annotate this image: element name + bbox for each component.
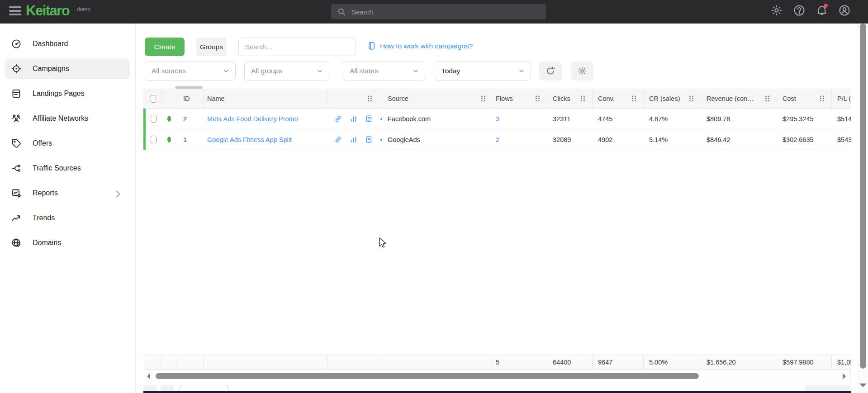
vertical-scrollbar[interactable] (858, 24, 868, 393)
column-drag-handle-icon[interactable] (631, 95, 637, 102)
column-drag-handle-icon[interactable] (819, 95, 825, 102)
campaign-link-icon[interactable] (334, 136, 342, 143)
cell-cr: 4.87% (644, 109, 701, 129)
campaign-stats-icon[interactable] (350, 115, 357, 123)
column-header-revenue[interactable]: Revenue (con… (701, 89, 777, 108)
cell-cr: 5.14% (644, 129, 701, 150)
vertical-scrollbar-thumb[interactable] (860, 24, 866, 369)
total-pl: $1,05 (832, 355, 851, 369)
book-icon (367, 42, 376, 50)
sidebar-item-traffic-sources[interactable]: Traffic Sources (5, 158, 130, 179)
notifications-bell-icon[interactable] (816, 4, 828, 17)
help-icon[interactable] (793, 4, 806, 17)
flows-count-link[interactable]: 2 (496, 136, 499, 143)
column-header-cost[interactable]: Cost (777, 89, 832, 108)
trends-icon (11, 213, 22, 223)
campaign-search-input[interactable] (238, 38, 356, 56)
chevron-down-icon (518, 67, 525, 75)
campaign-name-link[interactable]: Meta Ads Food Delivery Promo (207, 115, 298, 123)
sidebar: Dashboard Campaigns Landings Pages Affil… (0, 24, 136, 393)
cell-cost: $295.3245 (777, 109, 832, 129)
column-header-conversions[interactable]: Conv. (593, 89, 644, 108)
total-revenue: $1,656.20 (701, 355, 777, 369)
horizontal-scrollbar-thumb[interactable] (156, 373, 699, 379)
notification-badge (824, 4, 828, 8)
horizontal-scrollbar[interactable] (143, 370, 851, 382)
global-search[interactable] (331, 4, 546, 19)
keitaro-app: Keitaro demo Dashboard Camp (0, 0, 868, 393)
chevron-down-icon (223, 67, 230, 75)
date-range-select[interactable]: Today (435, 62, 531, 80)
cell-conversions: 4745 (593, 109, 644, 129)
refresh-button[interactable] (539, 62, 562, 80)
create-button[interactable]: Create (145, 38, 185, 56)
table-header-row: ID Name Source Flows Clicks Conv. CR (sa… (143, 89, 851, 109)
table-settings-button[interactable] (571, 62, 593, 80)
campaign-report-icon[interactable] (365, 115, 373, 123)
select-all-checkbox[interactable] (151, 95, 156, 103)
status-dot-active (167, 137, 171, 142)
groups-button[interactable]: Groups (196, 38, 227, 56)
sidebar-item-reports[interactable]: Reports (5, 183, 130, 204)
column-drag-handle-icon[interactable] (367, 95, 373, 102)
env-badge: demo (77, 6, 90, 13)
scroll-left-arrow-icon[interactable] (147, 373, 150, 379)
cell-source: Facebook.com (382, 109, 490, 129)
column-header-cr-sales[interactable]: CR (sales) (644, 89, 701, 108)
cell-pl: $543 (832, 129, 851, 150)
campaign-stats-icon[interactable] (350, 136, 357, 143)
cell-clicks: 32311 (547, 109, 593, 129)
sources-filter-select[interactable]: All sources (145, 62, 236, 80)
column-drag-handle-icon[interactable] (580, 95, 586, 102)
states-filter-select[interactable]: All states (343, 62, 425, 80)
how-to-work-link[interactable]: How to work with campaigns? (380, 42, 473, 50)
total-cr: 5.00% (644, 355, 701, 369)
brand-logo[interactable]: Keitaro (26, 3, 69, 19)
total-conversions: 9647 (593, 355, 644, 369)
campaign-row[interactable]: 1 Google Ads Fitness App Split GoogleAds… (143, 129, 851, 150)
offers-icon (11, 138, 22, 149)
column-header-pl[interactable]: P/L ( (832, 89, 851, 108)
cell-id: 1 (176, 129, 204, 150)
chevron-right-icon (113, 189, 123, 199)
global-search-input[interactable] (346, 8, 546, 16)
chevron-down-icon (412, 67, 419, 75)
column-header-name[interactable]: Name (204, 89, 328, 108)
column-header-id[interactable]: ID (176, 89, 204, 108)
table-totals-row: 5 64400 9647 5.00% $1,656.20 $597.9880 $… (143, 355, 851, 370)
scroll-down-arrow-icon[interactable] (859, 384, 867, 387)
campaign-name-link[interactable]: Google Ads Fitness App Split (207, 136, 292, 143)
sidebar-item-landings-pages[interactable]: Landings Pages (5, 83, 130, 104)
column-drag-handle-icon[interactable] (688, 95, 694, 102)
sidebar-item-domains[interactable]: Domains (5, 232, 130, 253)
settings-icon[interactable] (770, 4, 783, 17)
profile-avatar-icon[interactable] (838, 4, 851, 17)
sidebar-item-campaigns[interactable]: Campaigns (5, 58, 130, 79)
scroll-right-arrow-icon[interactable] (843, 373, 846, 379)
groups-filter-select[interactable]: All groups (244, 62, 329, 80)
campaign-link-icon[interactable] (334, 115, 342, 123)
sidebar-item-affiliate-networks[interactable]: Affiliate Networks (5, 108, 130, 129)
column-drag-handle-icon[interactable] (480, 95, 486, 102)
refresh-icon (545, 66, 555, 76)
column-header-flows[interactable]: Flows (490, 89, 547, 108)
sidebar-item-dashboard[interactable]: Dashboard (5, 33, 130, 54)
cell-conversions: 4902 (593, 129, 644, 150)
campaign-report-icon[interactable] (365, 136, 373, 143)
reports-icon (11, 188, 22, 199)
row-checkbox[interactable] (151, 136, 157, 143)
sidebar-item-trends[interactable]: Trends (5, 208, 130, 228)
total-flows: 5 (490, 355, 547, 369)
column-header-source[interactable]: Source (382, 89, 490, 108)
sidebar-item-offers[interactable]: Offers (5, 133, 130, 154)
flows-count-link[interactable]: 3 (496, 115, 499, 123)
column-drag-handle-icon[interactable] (535, 95, 541, 102)
row-checkbox[interactable] (151, 115, 157, 123)
column-header-clicks[interactable]: Clicks (547, 89, 593, 108)
menu-toggle-icon[interactable] (9, 6, 21, 17)
total-cost: $597.9880 (777, 355, 832, 369)
campaign-row[interactable]: 2 Meta Ads Food Delivery Promo Facebook.… (143, 109, 851, 129)
column-drag-handle-icon[interactable] (764, 95, 770, 102)
cell-cost: $302.6635 (777, 129, 832, 150)
top-bar: Keitaro demo (0, 0, 868, 24)
